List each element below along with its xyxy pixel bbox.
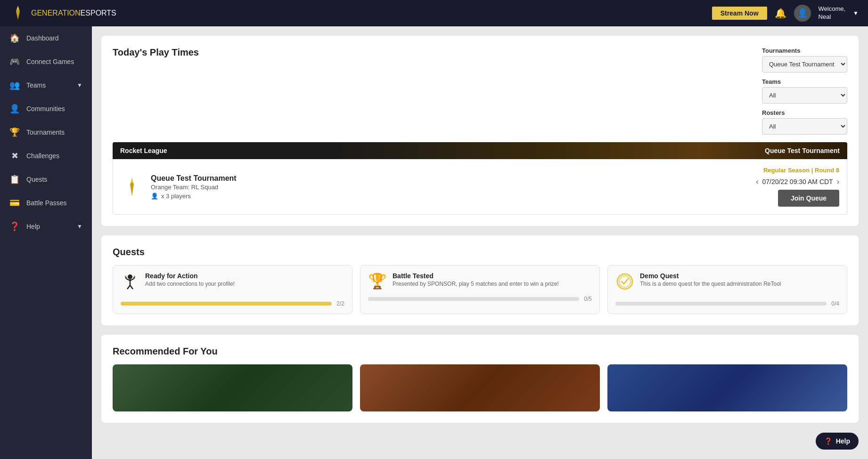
svg-line-9 <box>130 285 133 289</box>
sidebar-item-challenges[interactable]: ✖ Challenges <box>0 144 92 168</box>
svg-line-8 <box>127 285 130 289</box>
battle-passes-icon: 💳 <box>9 198 20 208</box>
prev-round-arrow-icon[interactable]: ‹ <box>756 177 758 186</box>
svg-marker-12 <box>124 275 126 277</box>
tournament-players: 👤 x 3 players <box>151 193 748 200</box>
quest-text-2: Battle Tested Presented by SPONSOR, play… <box>393 272 559 287</box>
quest-text-3: Demo Quest This is a demo quest for the … <box>640 272 781 287</box>
next-round-arrow-icon[interactable]: › <box>837 177 839 186</box>
datetime-text: 07/20/22 09:30 AM CDT <box>762 178 833 185</box>
play-times-card: Today's Play Times Tournaments Queue Tes… <box>101 36 859 226</box>
svg-marker-13 <box>134 275 136 277</box>
sidebar-item-communities[interactable]: 👤 Communities <box>0 97 92 121</box>
sidebar-item-connect-games[interactable]: 🎮 Connect Games <box>0 50 92 73</box>
quests-icon: 📋 <box>9 174 20 185</box>
teams-expand-icon: ▼ <box>77 82 82 89</box>
quest-name-2: Battle Tested <box>393 272 559 280</box>
quests-title: Quests <box>113 247 847 258</box>
tournament-team-name: Orange Team: RL Squad <box>151 184 748 191</box>
teams-filter-label: Teams <box>762 78 847 85</box>
svg-marker-3 <box>130 182 134 196</box>
sidebar-item-help[interactable]: ❓ Help ▼ <box>0 215 92 238</box>
stream-now-button[interactable]: Stream Now <box>712 7 767 20</box>
help-expand-icon: ▼ <box>77 223 82 230</box>
quest-desc-1: Add two connections to your profile! <box>145 281 235 287</box>
avatar[interactable]: 👤 <box>794 5 811 22</box>
quest-name-3: Demo Quest <box>640 272 781 280</box>
home-icon: 🏠 <box>9 33 20 43</box>
trophy-icon: 🏆 <box>9 127 20 137</box>
players-count: x 3 players <box>161 193 191 200</box>
gamepad-icon: 🎮 <box>9 56 20 67</box>
help-bubble[interactable]: ❓ Help <box>816 433 859 450</box>
quest-icon-3 <box>615 272 634 295</box>
regular-season-link[interactable]: Regular Season | Round 8 <box>763 167 839 174</box>
help-bubble-icon: ❓ <box>824 437 832 445</box>
quest-header-2: 🏆 Battle Tested Presented by SPONSOR, pl… <box>368 272 592 290</box>
quest-text-1: Ready for Action Add two connections to … <box>145 272 235 287</box>
join-queue-button[interactable]: Join Queue <box>778 190 839 207</box>
notifications-bell-icon[interactable]: 🔔 <box>775 8 786 19</box>
sidebar-item-battle-passes[interactable]: 💳 Battle Passes <box>0 191 92 215</box>
teams-filter-select[interactable]: All <box>762 87 847 104</box>
logo[interactable]: GENERATIONESPORTS <box>9 5 116 22</box>
recommended-placeholder-1 <box>113 364 352 411</box>
quest-desc-2: Presented by SPONSOR, play 5 matches and… <box>393 281 559 287</box>
recommended-item-3[interactable] <box>607 364 847 411</box>
user-menu-dropdown-icon[interactable]: ▼ <box>853 10 859 16</box>
quest-desc-3: This is a demo quest for the quest admin… <box>640 281 781 287</box>
tournament-info: Queue Test Tournament Orange Team: RL Sq… <box>151 174 748 200</box>
recommended-grid <box>113 364 847 411</box>
challenges-icon: ✖ <box>9 151 20 161</box>
recommended-title: Recommended For You <box>113 346 847 357</box>
logo-text: GENERATIONESPORTS <box>31 9 116 17</box>
recommended-card: Recommended For You <box>101 335 859 423</box>
sidebar-item-teams[interactable]: 👥 Teams ▼ <box>0 73 92 97</box>
rosters-filter-select[interactable]: All <box>762 118 847 135</box>
quest-header-1: Ready for Action Add two connections to … <box>121 272 344 295</box>
play-times-filters: Tournaments Queue Test Tournament Teams … <box>762 47 847 135</box>
main-layout: 🏠 Dashboard 🎮 Connect Games 👥 Teams ▼ 👤 … <box>0 26 868 459</box>
quests-card: Quests <box>101 235 859 325</box>
tournament-banner: Rocket League Queue Test Tournament Queu… <box>113 142 847 215</box>
quest-count-3: 0/4 <box>831 300 839 307</box>
sidebar: 🏠 Dashboard 🎮 Connect Games 👥 Teams ▼ 👤 … <box>0 26 92 459</box>
quest-progress-bar-fill-1 <box>121 302 332 306</box>
sidebar-item-quests[interactable]: 📋 Quests <box>0 168 92 191</box>
quest-count-2: 0/5 <box>584 296 592 302</box>
quest-count-1: 2/2 <box>336 300 344 307</box>
quest-item-ready-for-action[interactable]: Ready for Action Add two connections to … <box>113 265 352 314</box>
quest-item-battle-tested[interactable]: 🏆 Battle Tested Presented by SPONSOR, pl… <box>360 265 600 314</box>
quest-progress-row-1: 2/2 <box>121 300 344 307</box>
play-times-title: Today's Play Times <box>113 47 199 58</box>
recommended-item-2[interactable] <box>360 364 600 411</box>
recommended-item-1[interactable] <box>113 364 352 411</box>
top-navigation: GENERATIONESPORTS Stream Now 🔔 👤 Welcome… <box>0 0 868 26</box>
quest-icon-1 <box>121 272 139 295</box>
tournament-actions: Regular Season | Round 8 ‹ 07/20/22 09:3… <box>756 167 839 207</box>
quest-name-1: Ready for Action <box>145 272 235 280</box>
rocket-league-logo <box>121 176 143 198</box>
tournaments-filter-select[interactable]: Queue Test Tournament <box>762 56 847 72</box>
filter-rosters: Rosters All <box>762 109 847 135</box>
banner-tournament-name: Queue Test Tournament <box>765 147 840 154</box>
welcome-text: Welcome, Neal <box>819 5 846 21</box>
help-bubble-label: Help <box>836 437 850 445</box>
game-name: Rocket League <box>120 147 167 154</box>
quest-item-demo-quest[interactable]: Demo Quest This is a demo quest for the … <box>607 265 847 314</box>
svg-point-4 <box>128 274 132 279</box>
datetime-row: ‹ 07/20/22 09:30 AM CDT › <box>756 177 839 186</box>
quest-progress-row-2: 0/5 <box>368 296 592 302</box>
sidebar-item-dashboard[interactable]: 🏠 Dashboard <box>0 26 92 50</box>
svg-marker-1 <box>16 9 20 20</box>
quest-icon-2: 🏆 <box>368 272 387 290</box>
sidebar-item-tournaments[interactable]: 🏆 Tournaments <box>0 121 92 144</box>
communities-icon: 👤 <box>9 104 20 114</box>
svg-point-14 <box>617 274 632 289</box>
recommended-placeholder-3 <box>607 364 847 411</box>
tournament-entry-name: Queue Test Tournament <box>151 174 748 183</box>
quest-progress-bar-bg-2 <box>368 297 579 301</box>
quests-grid: Ready for Action Add two connections to … <box>113 265 847 314</box>
banner-body: Queue Test Tournament Orange Team: RL Sq… <box>113 159 847 215</box>
avatar-icon: 👤 <box>797 8 808 18</box>
